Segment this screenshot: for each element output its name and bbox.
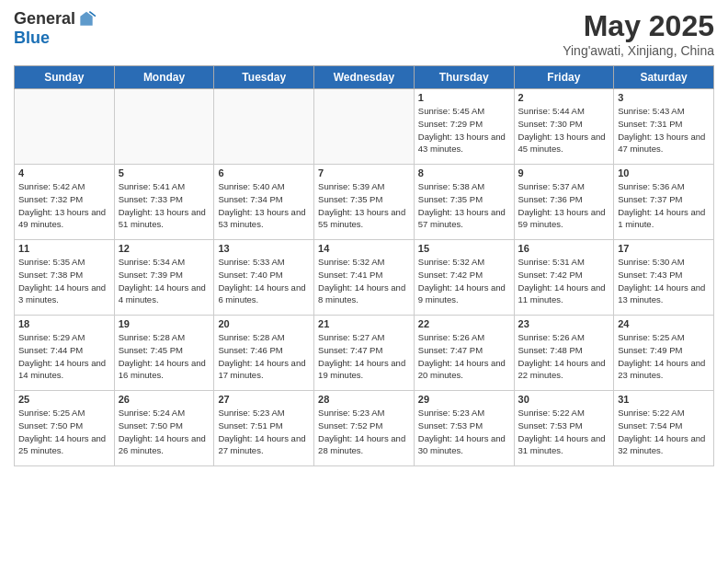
sunrise-label: Sunrise: 5:23 AM (418, 408, 484, 418)
daylight-label: Daylight: 14 hours and 20 minutes. (418, 358, 506, 381)
day-number: 18 (18, 318, 110, 329)
col-wednesday: Wednesday (314, 66, 415, 89)
table-row: 29 Sunrise: 5:23 AM Sunset: 7:53 PM Dayl… (414, 391, 514, 466)
day-number: 29 (418, 394, 510, 405)
table-row: 22 Sunrise: 5:26 AM Sunset: 7:47 PM Dayl… (414, 316, 514, 391)
day-info: Sunrise: 5:39 AM Sunset: 7:35 PM Dayligh… (318, 180, 410, 231)
table-row: 9 Sunrise: 5:37 AM Sunset: 7:36 PM Dayli… (514, 165, 614, 240)
day-info: Sunrise: 5:34 AM Sunset: 7:39 PM Dayligh… (119, 256, 210, 306)
sunrise-label: Sunrise: 5:40 AM (218, 181, 284, 191)
table-row: 3 Sunrise: 5:43 AM Sunset: 7:31 PM Dayli… (614, 89, 714, 165)
sunrise-label: Sunrise: 5:36 AM (618, 181, 684, 191)
daylight-label: Daylight: 14 hours and 9 minutes. (418, 282, 506, 305)
day-info: Sunrise: 5:23 AM Sunset: 7:52 PM Dayligh… (318, 407, 410, 457)
sunset-label: Sunset: 7:51 PM (218, 420, 282, 431)
table-row: 2 Sunrise: 5:44 AM Sunset: 7:30 PM Dayli… (514, 89, 614, 165)
day-info: Sunrise: 5:44 AM Sunset: 7:30 PM Dayligh… (518, 105, 610, 155)
day-info: Sunrise: 5:30 AM Sunset: 7:43 PM Dayligh… (618, 256, 710, 306)
day-info: Sunrise: 5:38 AM Sunset: 7:35 PM Dayligh… (418, 180, 510, 231)
col-monday: Monday (114, 66, 214, 89)
sunrise-label: Sunrise: 5:26 AM (518, 332, 585, 342)
table-row: 15 Sunrise: 5:32 AM Sunset: 7:42 PM Dayl… (414, 240, 514, 316)
daylight-label: Daylight: 14 hours and 4 minutes. (119, 282, 206, 305)
calendar-table: Sunday Monday Tuesday Wednesday Thursday… (14, 65, 714, 466)
day-number: 2 (518, 92, 610, 103)
sunrise-label: Sunrise: 5:33 AM (218, 257, 284, 267)
day-info: Sunrise: 5:28 AM Sunset: 7:45 PM Dayligh… (119, 331, 210, 382)
sunrise-label: Sunrise: 5:30 AM (618, 257, 684, 267)
sunrise-label: Sunrise: 5:28 AM (119, 332, 185, 342)
day-info: Sunrise: 5:27 AM Sunset: 7:47 PM Dayligh… (318, 331, 410, 382)
day-number: 11 (18, 243, 110, 254)
day-info: Sunrise: 5:32 AM Sunset: 7:41 PM Dayligh… (318, 256, 410, 306)
day-info: Sunrise: 5:41 AM Sunset: 7:33 PM Dayligh… (119, 180, 210, 231)
calendar-week-1: 4 Sunrise: 5:42 AM Sunset: 7:32 PM Dayli… (15, 165, 714, 240)
sunset-label: Sunset: 7:50 PM (119, 420, 183, 431)
sunset-label: Sunset: 7:31 PM (618, 119, 682, 129)
sunrise-label: Sunrise: 5:29 AM (18, 332, 85, 342)
col-saturday: Saturday (614, 66, 714, 89)
day-number: 23 (518, 318, 610, 329)
day-info: Sunrise: 5:36 AM Sunset: 7:37 PM Dayligh… (618, 180, 710, 231)
sunset-label: Sunset: 7:42 PM (418, 270, 483, 280)
sunrise-label: Sunrise: 5:22 AM (518, 408, 585, 418)
table-row: 7 Sunrise: 5:39 AM Sunset: 7:35 PM Dayli… (314, 165, 415, 240)
day-number: 10 (618, 167, 710, 178)
table-row (15, 89, 115, 165)
table-row: 25 Sunrise: 5:25 AM Sunset: 7:50 PM Dayl… (15, 391, 115, 466)
sunset-label: Sunset: 7:53 PM (518, 420, 583, 431)
day-number: 14 (318, 243, 410, 254)
table-row (214, 89, 314, 165)
day-info: Sunrise: 5:22 AM Sunset: 7:53 PM Dayligh… (518, 407, 610, 457)
day-number: 30 (518, 394, 610, 405)
day-number: 19 (119, 318, 210, 329)
day-number: 27 (218, 394, 310, 405)
day-info: Sunrise: 5:26 AM Sunset: 7:48 PM Dayligh… (518, 331, 610, 382)
sunrise-label: Sunrise: 5:23 AM (218, 408, 284, 418)
daylight-label: Daylight: 14 hours and 32 minutes. (618, 433, 705, 456)
table-row: 1 Sunrise: 5:45 AM Sunset: 7:29 PM Dayli… (414, 89, 514, 165)
page-header: General Blue May 2025 Ying'awati, Xinjia… (14, 9, 714, 58)
col-friday: Friday (514, 66, 614, 89)
sunset-label: Sunset: 7:41 PM (318, 270, 382, 280)
day-number: 3 (618, 92, 710, 103)
day-number: 21 (318, 318, 410, 329)
sunrise-label: Sunrise: 5:26 AM (418, 332, 484, 342)
table-row: 12 Sunrise: 5:34 AM Sunset: 7:39 PM Dayl… (114, 240, 214, 316)
sunrise-label: Sunrise: 5:24 AM (119, 408, 185, 418)
table-row: 23 Sunrise: 5:26 AM Sunset: 7:48 PM Dayl… (514, 316, 614, 391)
daylight-label: Daylight: 14 hours and 17 minutes. (218, 358, 305, 381)
daylight-label: Daylight: 14 hours and 27 minutes. (218, 433, 305, 456)
col-sunday: Sunday (15, 66, 115, 89)
day-info: Sunrise: 5:25 AM Sunset: 7:50 PM Dayligh… (18, 407, 110, 457)
sunrise-label: Sunrise: 5:27 AM (318, 332, 384, 342)
sunset-label: Sunset: 7:36 PM (518, 194, 583, 204)
daylight-label: Daylight: 13 hours and 47 minutes. (618, 132, 705, 155)
logo: General Blue (14, 9, 96, 48)
day-number: 31 (618, 394, 710, 405)
daylight-label: Daylight: 14 hours and 23 minutes. (618, 358, 705, 381)
day-number: 15 (418, 243, 510, 254)
table-row: 27 Sunrise: 5:23 AM Sunset: 7:51 PM Dayl… (214, 391, 314, 466)
sunset-label: Sunset: 7:35 PM (318, 194, 382, 204)
day-info: Sunrise: 5:40 AM Sunset: 7:34 PM Dayligh… (218, 180, 310, 231)
day-info: Sunrise: 5:35 AM Sunset: 7:38 PM Dayligh… (18, 256, 110, 306)
daylight-label: Daylight: 14 hours and 1 minute. (618, 207, 705, 230)
calendar-header-row: Sunday Monday Tuesday Wednesday Thursday… (15, 66, 714, 89)
sunrise-label: Sunrise: 5:28 AM (218, 332, 284, 342)
day-info: Sunrise: 5:33 AM Sunset: 7:40 PM Dayligh… (218, 256, 310, 306)
table-row: 17 Sunrise: 5:30 AM Sunset: 7:43 PM Dayl… (614, 240, 714, 316)
daylight-label: Daylight: 13 hours and 49 minutes. (18, 207, 106, 230)
table-row: 10 Sunrise: 5:36 AM Sunset: 7:37 PM Dayl… (614, 165, 714, 240)
daylight-label: Daylight: 14 hours and 3 minutes. (18, 282, 106, 305)
sunrise-label: Sunrise: 5:43 AM (618, 106, 684, 116)
calendar-week-2: 11 Sunrise: 5:35 AM Sunset: 7:38 PM Dayl… (15, 240, 714, 316)
table-row (114, 89, 214, 165)
sunrise-label: Sunrise: 5:41 AM (119, 181, 185, 191)
sunset-label: Sunset: 7:46 PM (218, 345, 282, 355)
sunset-label: Sunset: 7:32 PM (18, 194, 83, 204)
table-row: 28 Sunrise: 5:23 AM Sunset: 7:52 PM Dayl… (314, 391, 415, 466)
sunset-label: Sunset: 7:47 PM (418, 345, 483, 355)
daylight-label: Daylight: 13 hours and 51 minutes. (119, 207, 206, 230)
daylight-label: Daylight: 13 hours and 57 minutes. (418, 207, 506, 230)
